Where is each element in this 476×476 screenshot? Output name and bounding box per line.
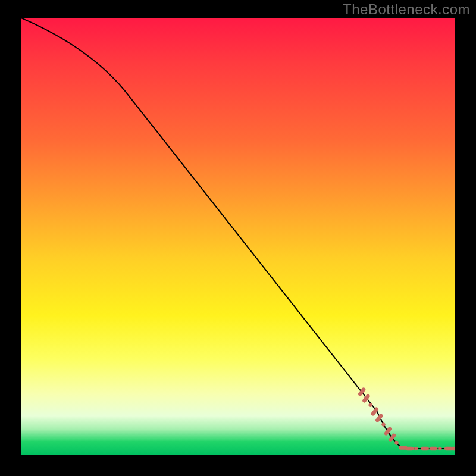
svg-point-11 [414, 447, 418, 450]
svg-point-5 [381, 422, 386, 427]
bottleneck-curve [21, 18, 455, 449]
svg-rect-10 [405, 447, 414, 450]
svg-rect-16 [451, 447, 455, 450]
plot-area [21, 18, 455, 455]
chart-frame: TheBottleneck.com [0, 0, 476, 476]
svg-point-2 [368, 402, 373, 408]
highlight-dashes [358, 387, 455, 450]
svg-rect-12 [421, 447, 429, 450]
svg-point-14 [438, 447, 441, 450]
svg-rect-13 [430, 447, 438, 450]
plot-svg [21, 18, 455, 455]
watermark-text: TheBottleneck.com [343, 1, 470, 18]
